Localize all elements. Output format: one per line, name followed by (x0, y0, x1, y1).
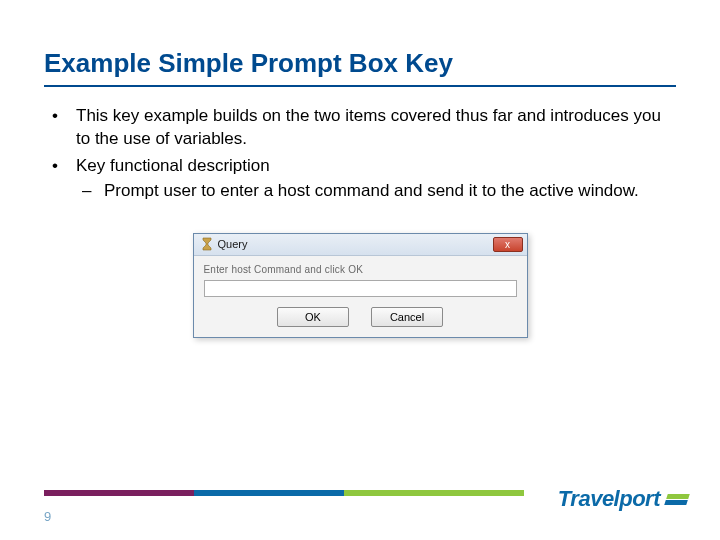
prompt-dialog: Query x Enter host Command and click OK … (193, 233, 528, 338)
title-underline (44, 85, 676, 87)
ok-button[interactable]: OK (277, 307, 349, 327)
list-item-label: Key functional description (76, 156, 270, 175)
list-item: Prompt user to enter a host command and … (76, 180, 676, 203)
list-item: Key functional description Prompt user t… (44, 155, 676, 203)
command-input[interactable] (204, 280, 517, 297)
hourglass-icon (200, 237, 214, 251)
close-button[interactable]: x (493, 237, 523, 252)
page-title: Example Simple Prompt Box Key (44, 48, 676, 79)
brand-text: Travelport (558, 486, 660, 512)
dialog-body: Enter host Command and click OK OK Cance… (194, 256, 527, 337)
dialog-titlebar: Query x (194, 234, 527, 256)
brand-mark-icon (664, 494, 690, 505)
dialog-title: Query (218, 238, 248, 250)
page-number: 9 (44, 509, 51, 524)
sub-list: Prompt user to enter a host command and … (76, 180, 676, 203)
footer-accent-bar (44, 490, 524, 496)
list-item: This key example builds on the two items… (44, 105, 676, 151)
bullet-list: This key example builds on the two items… (44, 105, 676, 203)
cancel-button[interactable]: Cancel (371, 307, 443, 327)
brand-logo: Travelport (558, 486, 688, 512)
dialog-instruction: Enter host Command and click OK (204, 264, 517, 275)
